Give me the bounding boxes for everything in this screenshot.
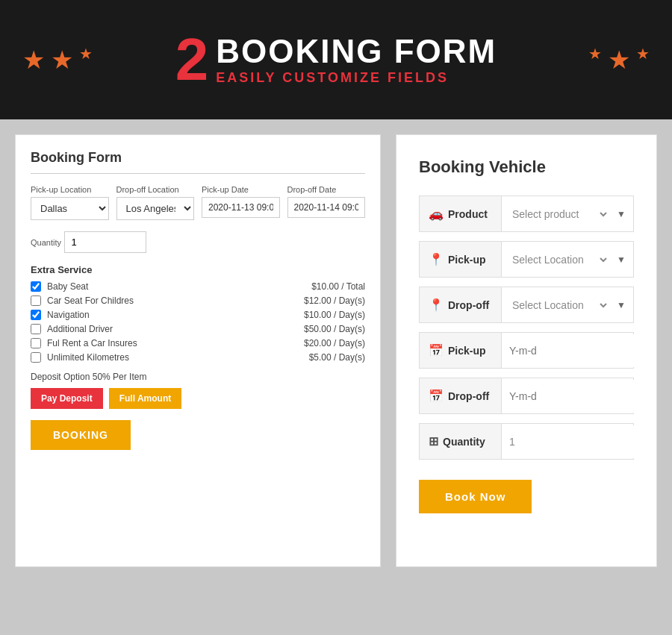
- navigation-checkbox[interactable]: [31, 310, 41, 320]
- header-banner: ★ ★ ★ 2 BOOKING FORM EASILY CUSTOMIZE FI…: [0, 0, 672, 119]
- header-subtitle: EASILY CUSTOMIZE FIELDS: [216, 70, 497, 86]
- extra-service-section: Extra Service Baby Seat $10.00 / Total C…: [31, 264, 365, 363]
- quantity-field-input[interactable]: [502, 425, 647, 458]
- star-icon-6: ★: [636, 45, 650, 75]
- calendar-icon: 📅: [429, 389, 444, 403]
- list-item: Additional Driver $50.00 / Day(s): [31, 324, 365, 334]
- extra-service-title: Extra Service: [31, 264, 365, 275]
- dropoff-date-group: Drop-off Date: [287, 185, 366, 220]
- pickup-date-label: Pick-up Date: [202, 185, 280, 194]
- full-insurance-checkbox[interactable]: [31, 338, 41, 348]
- stars-right: ★ ★ ★: [588, 45, 650, 75]
- pickup-location-select[interactable]: Dallas: [31, 197, 109, 220]
- unlimited-km-checkbox[interactable]: [31, 352, 41, 363]
- full-amount-button[interactable]: Full Amount: [109, 388, 182, 409]
- quantity-field: ⊞ Quantity: [419, 423, 634, 460]
- quantity-field-label: ⊞ Quantity: [420, 424, 502, 459]
- service-name: Additional Driver: [47, 324, 298, 334]
- chevron-down-icon: ▼: [609, 198, 633, 230]
- service-price: $12.00 / Day(s): [304, 295, 365, 306]
- dropoff-location-field: 📍 Drop-off Select Location ▼: [419, 287, 634, 323]
- right-form-title: Booking Vehicle: [419, 157, 634, 177]
- pickup-location-label: Pick-up Location: [31, 185, 109, 194]
- right-panel: Booking Vehicle 🚗 Product Select product…: [396, 134, 657, 567]
- divider: [31, 173, 365, 174]
- book-now-button[interactable]: Book Now: [419, 480, 532, 513]
- star-icon-4: ★: [588, 45, 602, 75]
- service-name: Ful Rent a Car Insures: [47, 338, 298, 348]
- list-item: Car Seat For Childres $12.00 / Day(s): [31, 295, 365, 306]
- header-number: 2: [175, 30, 209, 90]
- product-field: 🚗 Product Select product ▼: [419, 195, 634, 232]
- star-icon-3: ★: [79, 45, 93, 75]
- location-icon: 📍: [429, 298, 444, 312]
- calendar-icon: 📅: [429, 343, 444, 357]
- additional-driver-checkbox[interactable]: [31, 324, 41, 334]
- dropoff-date-input[interactable]: [287, 197, 366, 218]
- pickup-location-group: Pick-up Location Dallas: [31, 185, 109, 220]
- star-icon-5: ★: [608, 45, 630, 75]
- service-name: Navigation: [47, 310, 298, 320]
- service-price: $5.00 / Day(s): [309, 352, 365, 363]
- list-item: Baby Seat $10.00 / Total: [31, 281, 365, 292]
- pickup-select[interactable]: Select Location: [502, 243, 609, 277]
- pickup-date-input[interactable]: [202, 197, 280, 218]
- baby-seat-checkbox[interactable]: [31, 281, 41, 292]
- service-price: $50.00 / Day(s): [304, 324, 365, 334]
- car-seat-checkbox[interactable]: [31, 295, 41, 306]
- header-title: BOOKING FORM: [216, 34, 497, 69]
- pickup-date-group: Pick-up Date: [202, 185, 280, 220]
- star-icon-1: ★: [22, 45, 45, 75]
- service-name: Unlimited Kilometres: [47, 352, 303, 363]
- service-price: $10.00 / Total: [311, 281, 365, 292]
- list-item: Navigation $10.00 / Day(s): [31, 310, 365, 320]
- chevron-down-icon: ▼: [609, 290, 633, 321]
- quantity-label: Quantity: [31, 238, 61, 247]
- location-icon: 📍: [429, 252, 444, 266]
- service-name: Baby Seat: [47, 281, 305, 292]
- dropoff-field-label: 📍 Drop-off: [420, 287, 502, 322]
- service-price: $10.00 / Day(s): [304, 310, 365, 320]
- dropoff-date-field: 📅 Drop-off: [419, 378, 634, 414]
- pickup-location-field: 📍 Pick-up Select Location ▼: [419, 241, 634, 278]
- car-icon: 🚗: [429, 207, 444, 221]
- chevron-down-icon: ▼: [609, 244, 633, 275]
- dropoff-location-select[interactable]: Los Angeles: [116, 197, 195, 220]
- deposit-option-label: Deposit Option 50% Per Item: [31, 372, 365, 382]
- pickup-field-label: 📍 Pick-up: [420, 242, 502, 277]
- quantity-input[interactable]: [64, 231, 146, 253]
- star-icon-2: ★: [51, 45, 73, 75]
- dropoff-date-field-label: 📅 Drop-off: [420, 378, 502, 413]
- header-text-block: BOOKING FORM EASILY CUSTOMIZE FIELDS: [216, 34, 497, 85]
- booking-button[interactable]: BOOKING: [31, 420, 131, 450]
- location-date-row: Pick-up Location Dallas Drop-off Locatio…: [31, 185, 365, 220]
- left-form-title: Booking Form: [31, 150, 365, 166]
- list-item: Ful Rent a Car Insures $20.00 / Day(s): [31, 338, 365, 348]
- list-item: Unlimited Kilometres $5.00 / Day(s): [31, 352, 365, 363]
- product-field-label: 🚗 Product: [420, 196, 502, 231]
- product-select[interactable]: Select product: [502, 197, 609, 231]
- payment-buttons: Pay Deposit Full Amount: [31, 388, 365, 409]
- left-panel: Booking Form Pick-up Location Dallas Dro…: [15, 134, 381, 567]
- dropoff-date-field-input[interactable]: [502, 380, 647, 413]
- pickup-date-field: 📅 Pick-up: [419, 332, 634, 369]
- dropoff-select[interactable]: Select Location: [502, 288, 609, 322]
- dropoff-date-label: Drop-off Date: [287, 185, 366, 194]
- pickup-date-field-input[interactable]: [502, 334, 647, 367]
- service-price: $20.00 / Day(s): [304, 338, 365, 348]
- dropoff-location-group: Drop-off Location Los Angeles: [116, 185, 195, 220]
- main-content: Booking Form Pick-up Location Dallas Dro…: [0, 119, 672, 582]
- stars-left: ★ ★ ★: [22, 45, 93, 75]
- grid-icon: ⊞: [429, 434, 438, 448]
- pay-deposit-button[interactable]: Pay Deposit: [31, 388, 103, 409]
- pickup-date-field-label: 📅 Pick-up: [420, 333, 502, 368]
- quantity-group: Quantity: [31, 231, 365, 253]
- header-content: 2 BOOKING FORM EASILY CUSTOMIZE FIELDS: [175, 30, 497, 90]
- dropoff-location-label: Drop-off Location: [116, 185, 195, 194]
- service-name: Car Seat For Childres: [47, 295, 298, 306]
